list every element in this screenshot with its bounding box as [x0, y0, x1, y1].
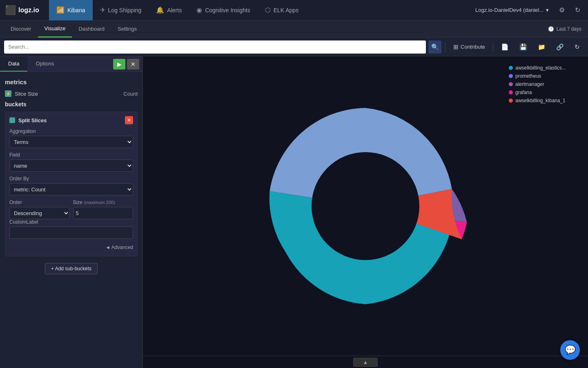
nav-item-alerts[interactable]: 🔔 Alerts [149, 0, 189, 20]
size-col: Size (maximum 200) [73, 200, 134, 219]
nav-item-elk-apps-label: ELK Apps [274, 7, 299, 13]
buckets-section-title: buckets [5, 101, 138, 108]
settings-icon-btn[interactable]: ⚙ [555, 4, 568, 17]
last-time-label: Last 7 days [557, 26, 581, 32]
panel-tabs: Data Options ▶ ✕ [0, 56, 143, 72]
nav-settings[interactable]: Settings [111, 20, 143, 38]
order-by-group: Order By metric: Count [9, 176, 133, 195]
nav-item-cognitive-insights[interactable]: ◉ Cognitive Insights [189, 0, 258, 20]
nav-item-log-shipping[interactable]: ✈ Log Shipping [93, 0, 149, 20]
contribute-label: Contribute [461, 44, 485, 50]
open-button[interactable]: 📁 [534, 41, 550, 53]
user-dropdown[interactable]: Logz.io-DanielDev4 (daniel... ▾ [471, 4, 553, 16]
legend-dot-1 [509, 74, 513, 78]
field-select[interactable]: name [9, 159, 133, 172]
legend-item-4[interactable]: awselkbilling_kibana_1 [509, 96, 586, 105]
size-input[interactable] [73, 207, 134, 219]
top-navigation: ⬛ logz.io 📶 Kibana ✈ Log Shipping 🔔 Aler… [0, 0, 588, 20]
nav-item-elk-apps[interactable]: ⬡ ELK Apps [258, 0, 306, 20]
bucket-header: Split Slices ✕ [9, 116, 133, 124]
chat-icon: 💬 [565, 345, 576, 355]
chat-button[interactable]: 💬 [560, 340, 580, 360]
toolbar-divider-2 [493, 42, 493, 52]
main-content: Data Options ▶ ✕ metrics ⚡ Slice Size Co… [0, 56, 588, 368]
advanced-link[interactable]: ◄ Advanced [9, 243, 133, 252]
donut-chart-container [243, 83, 488, 329]
bucket-remove-button[interactable]: ✕ [125, 116, 133, 124]
logo-area[interactable]: ⬛ logz.io [0, 5, 49, 16]
tab-options[interactable]: Options [27, 56, 62, 72]
new-doc-icon: 📄 [501, 43, 509, 51]
field-group: Field name [9, 152, 133, 172]
add-sub-buckets-button[interactable]: + Add sub-buckets [45, 263, 98, 274]
legend-item-3[interactable]: grafana [509, 88, 586, 96]
legend-item-0[interactable]: awselkbilling_elastics... [509, 64, 586, 72]
donut-hole [312, 152, 419, 260]
legend-label-4: awselkbilling_kibana_1 [515, 98, 566, 103]
donut-chart-svg [243, 83, 488, 329]
custom-label-group: CustomLabel [9, 219, 133, 239]
share-button[interactable]: 🔗 [552, 41, 568, 53]
nav-dashboard[interactable]: Dashboard [72, 20, 111, 38]
bucket-toggle[interactable] [9, 117, 15, 123]
legend-label-2: alertmanager [515, 81, 544, 87]
size-col-label: Size (maximum 200) [73, 200, 134, 205]
close-panel-button[interactable]: ✕ [127, 59, 139, 70]
toolbar-divider-1 [445, 42, 445, 52]
custom-label-input[interactable] [9, 227, 133, 239]
save-button[interactable]: 💾 [515, 41, 531, 53]
order-size-row: Order Descending Ascending Size (maximum… [9, 200, 133, 219]
aggregation-select[interactable]: Terms [9, 136, 133, 148]
legend-label-1: prometheus [515, 73, 541, 79]
cognitive-insights-icon: ◉ [196, 6, 202, 14]
order-col: Order Descending Ascending [9, 200, 70, 219]
elk-apps-icon: ⬡ [265, 6, 271, 14]
legend-item-2[interactable]: alertmanager [509, 80, 586, 88]
slice-size-label: Slice Size [15, 91, 38, 97]
user-name: Logz.io-DanielDev4 (daniel... [475, 7, 543, 13]
nav-item-kibana-label: Kibana [67, 7, 85, 13]
panel-body: metrics ⚡ Slice Size Count buckets Split… [0, 72, 143, 368]
aggregation-label: Aggregation [9, 128, 133, 134]
run-button[interactable]: ▶ [113, 59, 125, 70]
order-select[interactable]: Descending Ascending [9, 207, 70, 219]
nav-item-alerts-label: Alerts [167, 7, 182, 13]
order-by-select[interactable]: metric: Count [9, 183, 133, 195]
new-doc-button[interactable]: 📄 [497, 41, 513, 53]
order-col-label: Order [9, 200, 70, 205]
toolbar: 🔍 ⊞ Contribute 📄 💾 📁 🔗 ↻ [0, 38, 588, 56]
legend-dot-4 [509, 99, 513, 103]
nav-discover[interactable]: Discover [4, 20, 38, 38]
second-navigation: Discover Visualize Dashboard Settings 🕐 … [0, 20, 588, 38]
alerts-icon: 🔔 [156, 6, 164, 14]
bucket-card: Split Slices ✕ Aggregation Terms Field n… [5, 112, 138, 256]
nav-visualize[interactable]: Visualize [38, 20, 72, 38]
chart-collapse-button[interactable]: ▲ [353, 358, 378, 367]
left-panel: Data Options ▶ ✕ metrics ⚡ Slice Size Co… [0, 56, 143, 368]
bucket-title: Split Slices [18, 117, 47, 123]
legend-dot-0 [509, 66, 513, 70]
nav-item-log-shipping-label: Log Shipping [108, 7, 142, 13]
search-input[interactable] [4, 40, 426, 54]
refresh-icon: ↻ [575, 43, 580, 51]
chart-bottom: ▲ [143, 356, 588, 368]
refresh-button[interactable]: ↻ [570, 41, 584, 53]
contribute-button[interactable]: ⊞ Contribute [449, 41, 489, 53]
aggregation-group: Aggregation Terms [9, 128, 133, 148]
search-button[interactable]: 🔍 [428, 40, 441, 54]
legend-panel: awselkbilling_elastics... prometheus ale… [506, 61, 588, 108]
nav-item-cognitive-insights-label: Cognitive Insights [205, 7, 250, 13]
log-shipping-icon: ✈ [100, 6, 105, 14]
legend-dot-3 [509, 90, 513, 94]
legend-dot-2 [509, 82, 513, 86]
order-by-label: Order By [9, 176, 133, 182]
legend-item-1[interactable]: prometheus [509, 72, 586, 80]
size-max-label: (maximum 200) [84, 200, 115, 205]
refresh-nav-icon-btn[interactable]: ↻ [571, 4, 584, 17]
nav-item-kibana[interactable]: 📶 Kibana [49, 0, 93, 20]
chart-area: awselkbilling_elastics... prometheus ale… [143, 56, 588, 368]
slice-size-row: ⚡ Slice Size Count [5, 90, 138, 97]
tab-data[interactable]: Data [0, 56, 27, 72]
last-time-display[interactable]: 🕐 Last 7 days [548, 26, 588, 32]
contribute-icon: ⊞ [453, 43, 459, 51]
